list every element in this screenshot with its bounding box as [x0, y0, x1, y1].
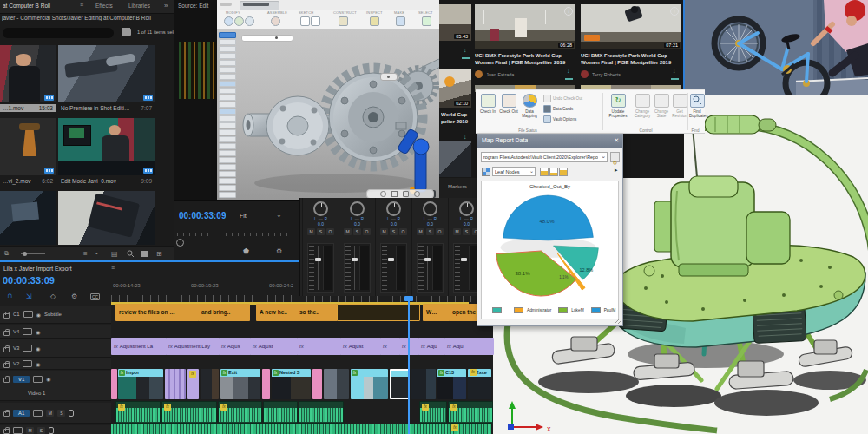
clip-thumbnail[interactable] [58, 191, 155, 245]
video-clip[interactable] [201, 369, 219, 399]
find-duplicates-button[interactable]: Find Duplicates [689, 94, 705, 118]
video-clip[interactable]: Excefx [468, 369, 491, 399]
solo-button[interactable]: S [353, 228, 361, 235]
video-card[interactable]: i 07:21 UCI BMX Freestyle Park World Cup… [581, 0, 683, 87]
video-clip[interactable] [262, 369, 270, 399]
select-icon[interactable] [422, 16, 431, 26]
chevron-down-icon[interactable]: ⌄ [94, 248, 100, 256]
new-item-icon[interactable]: ⊞ [156, 250, 162, 258]
subtitle-clip[interactable]: and bring.. [198, 304, 250, 321]
new-bin-icon[interactable] [141, 251, 148, 257]
playhead[interactable] [408, 297, 410, 434]
sync-badge-icon[interactable] [13, 427, 23, 434]
mixer-channel[interactable]: L––R 0.0 MSO [411, 198, 448, 296]
tab-libraries[interactable]: Libraries [128, 3, 150, 9]
video-thumbnail[interactable]: 05:43 [439, 4, 471, 41]
pan-knob[interactable] [386, 201, 401, 216]
track-header-v3[interactable]: V3 ◉ [0, 339, 111, 358]
chart-type-icon[interactable] [549, 168, 558, 176]
linked-selection-icon[interactable]: ⇲ [26, 293, 32, 300]
dialog-titlebar[interactable]: Map Report Data ✕ [477, 135, 622, 148]
data-mapping-button[interactable]: Data Mapping [519, 94, 540, 118]
pan-knob[interactable] [350, 201, 365, 216]
audio-clip[interactable]: fx [111, 424, 491, 434]
video-title[interactable]: Women Final | FISE Montpellier 2019 [475, 59, 575, 66]
video-clip[interactable]: Imporfx [118, 369, 163, 399]
video-clip-selected[interactable] [390, 369, 410, 399]
clip-label[interactable]: …1.mov15:03 [0, 104, 56, 112]
video-thumbnail[interactable]: i 07:21 [581, 4, 681, 49]
clip-thumbnail[interactable] [0, 45, 56, 102]
pan-icon[interactable] [391, 191, 398, 197]
program-timecode[interactable]: 00:00:33:09 [179, 211, 226, 220]
pan-knob[interactable] [423, 201, 437, 216]
zoom-tool-icon[interactable] [403, 191, 409, 197]
record-button[interactable]: O [363, 228, 371, 235]
track-header-a2[interactable]: M S [0, 425, 111, 434]
tab-overflow-icon[interactable]: » [164, 2, 168, 10]
chart-type-icon[interactable] [559, 168, 568, 176]
eye-icon[interactable]: ◉ [46, 376, 50, 382]
refresh-button[interactable]: ↻ [610, 152, 620, 162]
volume-fader[interactable] [307, 243, 334, 293]
orbit-icon[interactable] [380, 191, 386, 197]
record-button[interactable]: O [436, 228, 444, 235]
volume-fader[interactable] [344, 243, 371, 293]
volume-fader[interactable] [417, 243, 444, 293]
nodes-dropdown[interactable]: Leaf Nodes ⌄ [492, 167, 536, 176]
eye-icon[interactable]: ◉ [36, 312, 41, 318]
close-icon[interactable]: ✕ [614, 137, 619, 144]
adjustment-clip[interactable]: fxAdjust [340, 338, 381, 355]
timeline-timecode[interactable]: 00:00:33:09 [3, 275, 55, 286]
lock-icon[interactable] [3, 378, 10, 383]
audio-clip[interactable] [299, 401, 344, 424]
video-thumbnail[interactable]: 02:10 [439, 69, 471, 108]
adjustment-clip[interactable]: fxAdjustment Lay [166, 338, 220, 355]
record-button[interactable]: O [399, 228, 407, 235]
sync-badge-icon[interactable] [23, 345, 32, 352]
solo-button[interactable]: S [426, 228, 434, 235]
snap-magnet-icon[interactable]: ∩ [7, 291, 12, 299]
video-clip[interactable] [411, 369, 436, 399]
lock-icon[interactable] [3, 411, 10, 417]
video-clip[interactable] [111, 369, 117, 399]
playhead-handle[interactable] [404, 296, 413, 301]
video-author[interactable]: Joan Estrada [486, 72, 547, 77]
lock-icon[interactable] [3, 429, 10, 434]
audio-clip[interactable]: fx [161, 401, 217, 424]
track-header-a1[interactable]: A1 M S [0, 403, 111, 424]
info-icon[interactable]: i [564, 7, 573, 16]
nodes-grid-icon[interactable] [482, 168, 490, 176]
mute-button[interactable]: M [46, 410, 54, 417]
audio-clip[interactable]: fx [448, 401, 493, 424]
sketch-line-icon[interactable] [300, 16, 310, 26]
chart-type-icon[interactable] [540, 168, 549, 176]
search-icon[interactable] [127, 250, 135, 258]
audio-clip[interactable]: fx [419, 401, 447, 424]
clip-thumbnail[interactable] [58, 45, 155, 102]
thumbnail-view-icon[interactable]: ▤ [111, 250, 118, 258]
avatar[interactable] [475, 70, 483, 78]
video-title[interactable]: UCI BMX Freestyle Park World Cup [475, 52, 575, 59]
lock-icon[interactable] [3, 313, 10, 319]
eye-icon[interactable]: ◉ [36, 361, 40, 367]
video-title-fragment[interactable]: World Cup [441, 111, 471, 118]
audio-clip[interactable]: fx [218, 401, 262, 424]
mute-button[interactable]: M [344, 228, 352, 235]
volume-fader[interactable] [380, 243, 407, 293]
clip-thumbnail[interactable] [0, 191, 56, 245]
subtitle-clip[interactable]: W… [423, 304, 450, 321]
sync-badge-icon[interactable] [33, 410, 43, 417]
audio-clip[interactable]: fx [115, 401, 161, 424]
lock-icon[interactable] [3, 363, 10, 368]
mixer-channel[interactable]: L––R 0.0 MSO [375, 198, 411, 296]
video-clip[interactable]: Exitfx [220, 369, 260, 399]
avatar[interactable] [581, 70, 589, 78]
captions-icon[interactable]: CC [90, 293, 100, 300]
mute-button[interactable]: M [380, 228, 388, 235]
data-cards-button[interactable]: Data Cards [543, 105, 573, 113]
display-settings-button[interactable] [380, 73, 398, 81]
subtitle-clip[interactable]: so the.. [296, 304, 338, 321]
mic-icon[interactable] [69, 410, 74, 417]
chevron-down-icon[interactable]: ⌄ [276, 211, 282, 219]
